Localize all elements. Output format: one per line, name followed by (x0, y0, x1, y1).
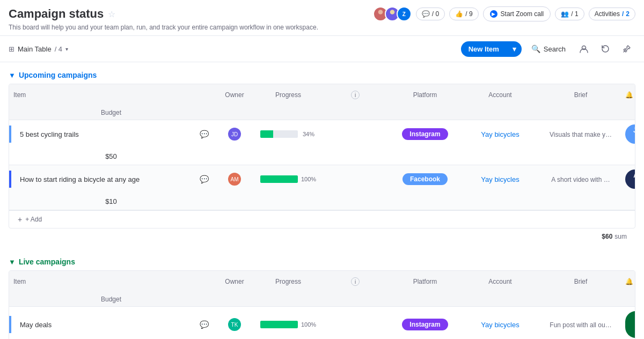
refresh-button[interactable] (597, 40, 614, 57)
timeline-cell[interactable]: Aug 6 - 22 (621, 165, 635, 193)
progress-cell: 100% (256, 171, 320, 187)
budget-value: $50 (105, 152, 117, 160)
account-link[interactable]: Yay bicycles (481, 175, 519, 183)
group-toggle-icon: ▼ (9, 71, 16, 79)
progress-cell: 34% (256, 126, 320, 142)
timeline-badge: Aug 6 - 22 (625, 170, 635, 189)
pin-button[interactable] (618, 40, 635, 57)
col-header-3: i (320, 87, 390, 102)
group-upcoming: ▼ Upcoming campaigns ItemOwnerProgressiP… (9, 71, 635, 245)
search-icon: 🔍 (531, 45, 540, 53)
svg-point-3 (389, 16, 396, 20)
col-header-6: Brief (540, 275, 621, 289)
table-count: / 4 (55, 45, 62, 53)
comment-icon: 💬 (422, 10, 430, 18)
account-cell[interactable]: Yay bicycles (460, 316, 540, 333)
activities-button[interactable]: Activities / 2 (589, 8, 635, 20)
profile-button[interactable] (575, 40, 592, 57)
persons-button[interactable]: 👥 / 1 (555, 8, 584, 20)
item-name-cell: May deals 💬 (9, 316, 213, 333)
activities-label: Activities (595, 10, 620, 18)
caret-icon: ▾ (507, 41, 522, 57)
header-subtitle: This board will help you and your team p… (9, 24, 635, 31)
progress-bar (260, 321, 298, 328)
timeline-badge: Jul 10 - 17 (625, 124, 635, 144)
account-link[interactable]: Yay bicycles (481, 130, 519, 138)
brief-text: A short video with … (551, 176, 610, 183)
table-row: May deals 💬 TK 100% InstagramYay bicycle… (9, 307, 635, 339)
progress-fill (260, 130, 273, 138)
updates-button[interactable]: 👍 / 9 (449, 8, 478, 20)
item-name: How to start riding a bicycle at any age (16, 175, 140, 183)
updates-count: / 9 (465, 10, 472, 18)
timeline-cell[interactable]: May 14 - 29 (621, 307, 635, 339)
bell-icon: 🔔 (625, 91, 633, 99)
brief-cell: Fun post with all ou… (540, 316, 621, 333)
plus-icon: + (18, 215, 22, 224)
new-item-label: New Item (461, 41, 507, 57)
col-header-0: Item (9, 275, 213, 289)
col-header-7: 🔔 Campaign timeline (621, 84, 635, 106)
comment-icon[interactable]: 💬 (200, 320, 209, 329)
account-link[interactable]: Yay bicycles (481, 321, 519, 329)
col-header-6: Brief (540, 88, 621, 102)
info-icon[interactable]: i (351, 277, 360, 286)
owner-cell: JD (213, 123, 256, 145)
brief-cell: A short video with … (540, 171, 621, 188)
add-row-label: + Add (25, 216, 42, 223)
account-cell[interactable]: Yay bicycles (460, 126, 540, 143)
group-header-live[interactable]: ▼ Live campaigns (9, 257, 635, 266)
progress-cell: 100% (256, 316, 320, 333)
table-name: Main Table (18, 45, 52, 53)
owner-cell: AM (213, 168, 256, 190)
brief-text: Fun post with all ou… (550, 321, 611, 329)
sum-label: sum (614, 233, 627, 240)
sum-value: $60 (602, 233, 612, 240)
owner-avatar: AM (228, 173, 241, 186)
zoom-button[interactable]: ▶ Start Zoom call (483, 6, 551, 21)
svg-point-0 (378, 10, 383, 14)
col-header-8: Budget (9, 292, 213, 306)
comments-button[interactable]: 💬 / 0 (416, 8, 445, 20)
platform-cell[interactable]: Instagram (390, 124, 460, 144)
budget-cell: $50 (9, 148, 213, 165)
col-header-3: i (320, 274, 390, 289)
col-header-2: Progress (256, 275, 320, 289)
budget-cell: $10 (9, 193, 213, 210)
search-button[interactable]: 🔍 Search (526, 41, 571, 56)
zoom-icon: ▶ (490, 10, 497, 18)
col-header-2: Progress (256, 88, 320, 102)
info-cell (320, 130, 390, 138)
activities-count: / (622, 10, 624, 18)
search-label: Search (544, 45, 566, 53)
activities-count-val: 2 (626, 10, 630, 18)
platform-badge: Facebook (402, 173, 448, 185)
progress-bar (260, 130, 298, 138)
col-header-5: Account (460, 275, 540, 289)
progress-text: 100% (301, 321, 316, 328)
toolbar-left: ⊞ Main Table / 4 ▾ (9, 45, 68, 53)
col-header-0: Item (9, 88, 213, 102)
platform-cell[interactable]: Instagram (390, 314, 460, 335)
table-selector[interactable]: ⊞ Main Table / 4 ▾ (9, 45, 68, 53)
add-row[interactable]: ++ Add (9, 210, 635, 228)
platform-cell[interactable]: Facebook (390, 169, 460, 189)
group-live: ▼ Live campaigns ItemOwnerProgressiPlatf… (9, 257, 635, 339)
toolbar-right: New Item ▾ 🔍 Search (461, 40, 635, 57)
timeline-cell[interactable]: Jul 10 - 17 (621, 120, 635, 148)
title-area: Campaign status ☆ (9, 7, 115, 21)
col-header-4: Platform (390, 275, 460, 289)
comment-icon[interactable]: 💬 (200, 175, 209, 183)
new-item-button[interactable]: New Item ▾ (461, 41, 522, 57)
comment-icon[interactable]: 💬 (200, 130, 209, 138)
info-icon[interactable]: i (351, 91, 360, 99)
col-header-8: Budget (9, 106, 213, 120)
sum-row: $60sum (9, 229, 635, 245)
avatar-zoom: Z (397, 6, 412, 21)
star-icon[interactable]: ☆ (108, 9, 115, 19)
account-cell[interactable]: Yay bicycles (460, 171, 540, 188)
progress-fill (260, 321, 298, 328)
col-header-1: Owner (213, 275, 256, 289)
group-header-upcoming[interactable]: ▼ Upcoming campaigns (9, 71, 635, 79)
col-header-5: Account (460, 88, 540, 102)
